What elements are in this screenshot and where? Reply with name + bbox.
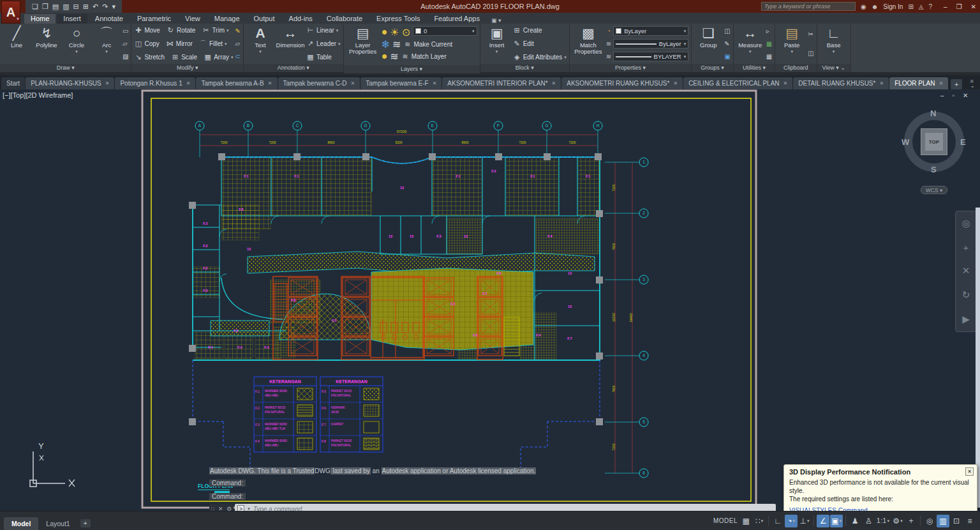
lineweight-combo[interactable]: BYLAYER▾ <box>613 52 688 61</box>
line-button[interactable]: ╱Line <box>3 24 31 63</box>
edit-block-button[interactable]: ✎Edit <box>513 40 567 48</box>
viewcube-top-face[interactable]: TOP <box>921 128 947 155</box>
autodesk-360-icon[interactable]: ◬ <box>919 3 924 10</box>
ribbon-tab-view[interactable]: View <box>179 14 207 24</box>
layer-thaw-icon[interactable]: ☀ <box>390 26 399 38</box>
orbit-icon[interactable]: ↻ <box>962 289 970 301</box>
file-tab-overflow-icon[interactable]: ≡⌄ <box>965 78 980 89</box>
ribbon-tab-parametric[interactable]: Parametric <box>131 14 177 24</box>
annotation-autoscale-icon[interactable]: ♙ <box>862 515 875 527</box>
layer-on-icon[interactable]: ● <box>382 26 388 38</box>
tab-close-icon[interactable]: ✕ <box>186 80 191 86</box>
rotate-button[interactable]: ↻Rotate <box>167 26 195 34</box>
mirror-button[interactable]: ⋈Mirror <box>166 39 193 49</box>
object-snap-tracking-icon[interactable]: ∠ <box>817 515 829 527</box>
tab-close-icon[interactable]: ✕ <box>268 80 272 86</box>
stretch-button[interactable]: ↘Stretch <box>134 53 165 61</box>
group-button[interactable]: ❏Group <box>694 24 722 63</box>
showmotion-icon[interactable]: ▶ <box>962 314 970 325</box>
panel-name-layers[interactable]: Layers ▾ <box>344 65 480 73</box>
tab-close-icon[interactable]: ✕ <box>939 80 943 86</box>
tab-close-icon[interactable]: ✕ <box>783 80 788 86</box>
panel-name-draw[interactable]: Draw ▾ <box>0 64 131 72</box>
tab-close-icon[interactable]: ✕ <box>433 80 437 86</box>
isometric-drafting-icon[interactable]: ⊥▾ <box>798 515 811 527</box>
layer-unlock-icon[interactable]: ⊙ <box>402 26 410 38</box>
file-tab-ceiling-electrical-plan[interactable]: CEILING & ELECTRICAL PLAN✕ <box>683 77 792 89</box>
ribbon-tab-express-tools[interactable]: Express Tools <box>370 14 426 24</box>
circle-button[interactable]: ○Circle▾ <box>63 24 91 63</box>
layer-properties-button[interactable]: ▤Layer Properties <box>346 24 380 64</box>
help-search-input[interactable]: Type a keyword or phrase <box>761 2 856 11</box>
insert-button[interactable]: ▣Insert▾ <box>483 24 511 63</box>
fillet-button[interactable]: ⌒Fillet▾ <box>199 39 227 49</box>
move-button[interactable]: ✚Move <box>134 26 160 34</box>
file-tab-tampak-berwarna-c-d[interactable]: Tampak berwarna C-D✕ <box>278 77 360 89</box>
ribbon-tab-home[interactable]: Home <box>24 14 56 24</box>
command-input[interactable]: > ▾ Type a command <box>235 504 776 511</box>
base-button[interactable]: ∟Base▾ <box>820 24 848 63</box>
minimize-button[interactable]: – <box>944 3 947 10</box>
cart-icon[interactable]: ⊞ <box>908 3 913 10</box>
command-window-grip[interactable]: ∷ ✕ ⚙ <box>209 504 234 511</box>
copy-clip-icon[interactable]: ◫ <box>808 50 813 57</box>
annotation-scale-button[interactable]: 1:1▾ <box>875 515 891 527</box>
customization-menu-icon[interactable]: ≡ <box>963 515 976 527</box>
restore-button[interactable]: ❐ <box>956 3 962 10</box>
rectangle-icon[interactable]: ▭ <box>122 27 128 34</box>
layer-merge-icon[interactable]: ≋ <box>390 50 398 63</box>
file-tab-detail-ruang-khusus-[interactable]: DETAIL RUANG KHUSUS*✕ <box>793 77 889 89</box>
ribbon-tab-featured-apps[interactable]: Featured Apps <box>427 14 486 24</box>
help-icon[interactable]: ? <box>929 3 933 10</box>
ribbon-tab-collaborate[interactable]: Collaborate <box>320 14 369 24</box>
print-icon[interactable]: ⊞ <box>83 3 89 11</box>
search-icon[interactable]: ◉ <box>861 3 866 10</box>
file-tab-tampak-berwarna-e-f[interactable]: Tampak berwarna E-F✕ <box>360 77 442 89</box>
open-file-icon[interactable]: ❒ <box>42 3 48 11</box>
measure-button[interactable]: ↔Measure▾ <box>736 24 764 63</box>
offset-icon[interactable]: ⊂ <box>235 53 241 60</box>
panel-name-block[interactable]: Block ▾ <box>480 64 569 72</box>
layer-isolate-icon[interactable]: ≋ <box>392 38 401 50</box>
cut-icon[interactable]: ✂ <box>808 31 813 38</box>
command-wrench-icon[interactable]: ⚙ <box>226 506 232 511</box>
doc-minimize-button[interactable]: – <box>940 92 944 99</box>
file-tab-aksonometri-interior-plan-[interactable]: AKSONOMETRI INTERIOR PLAN*✕ <box>442 77 561 89</box>
save-as-icon[interactable]: ▥ <box>63 3 69 11</box>
drawing-canvas[interactable]: 572007200720086005200860072007200ABCDEFG… <box>0 89 980 511</box>
ortho-mode-icon[interactable]: ∟ <box>771 515 784 527</box>
sign-in-button[interactable]: Sign In <box>883 3 903 10</box>
navigation-wheel-icon[interactable]: ◎ <box>961 218 970 229</box>
plot-icon[interactable]: ⊟ <box>73 3 79 11</box>
snap-mode-icon[interactable]: ∷▾ <box>753 515 766 527</box>
file-tab-start[interactable]: Start <box>1 77 25 89</box>
redo-icon[interactable]: ↷ <box>102 3 108 11</box>
user-icon[interactable]: ☻ <box>872 3 879 10</box>
notification-close-button[interactable]: ✕ <box>965 467 974 476</box>
make-current-button[interactable]: ≋Make Current <box>403 38 452 50</box>
ribbon-media-icon[interactable]: ▣ ▾ <box>491 17 501 24</box>
ellipse-icon[interactable]: ▱ <box>122 40 128 47</box>
ribbon-tab-manage[interactable]: Manage <box>208 14 246 24</box>
file-tab-floor-plan[interactable]: FLOOR PLAN✕ <box>889 77 948 89</box>
layer-off-icon[interactable]: ● <box>382 50 388 63</box>
polar-tracking-icon[interactable]: ◔▾ <box>785 515 798 527</box>
model-tab[interactable]: Model <box>4 517 38 530</box>
graphics-performance-icon[interactable]: ▥ <box>937 515 949 527</box>
ribbon-tab-annotate[interactable]: Annotate <box>89 14 130 24</box>
vertical-scrollbar[interactable] <box>976 208 980 508</box>
tab-close-icon[interactable]: ✕ <box>673 80 678 86</box>
panel-name-properties[interactable]: Properties ▾ <box>570 64 691 72</box>
ribbon-tab-output[interactable]: Output <box>248 14 281 24</box>
panel-name-modify[interactable]: Modify ▾ <box>131 64 243 72</box>
undo-icon[interactable]: ↶ <box>93 3 98 11</box>
viewcube[interactable]: N W E S TOP <box>902 110 966 174</box>
paste-button[interactable]: ▤Paste▾ <box>778 24 806 63</box>
tab-close-icon[interactable]: ✕ <box>351 80 355 86</box>
panel-name-utilities[interactable]: Utilities ▾ <box>734 64 775 72</box>
array-button[interactable]: ▦Array▾ <box>204 53 233 61</box>
new-file-icon[interactable]: ❏ <box>32 3 38 11</box>
erase-icon[interactable]: ✎ <box>235 27 241 34</box>
clean-screen-icon[interactable]: ⊡ <box>950 515 963 527</box>
grid-display-icon[interactable]: ▦ <box>739 515 752 527</box>
